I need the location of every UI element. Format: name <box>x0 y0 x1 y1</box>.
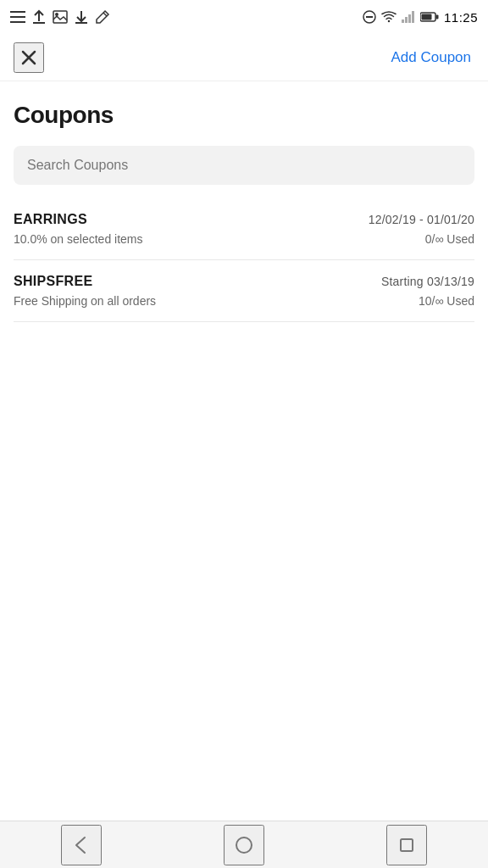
image-icon <box>53 10 68 24</box>
svg-rect-0 <box>10 11 25 13</box>
status-bar: 11:25 <box>0 0 488 34</box>
battery-icon <box>420 12 439 22</box>
coupon-description-2: Free Shipping on all orders <box>14 294 156 308</box>
upload-icon <box>32 9 46 25</box>
top-nav: Add Coupon <box>0 34 488 81</box>
page-title: Coupons <box>14 102 474 129</box>
svg-line-7 <box>103 13 107 16</box>
coupon-list: EARRINGS 12/02/19 - 01/01/20 10.0% on se… <box>0 198 488 571</box>
home-button[interactable] <box>224 825 264 865</box>
coupon-used-2: 10/∞ Used <box>419 294 474 308</box>
close-button[interactable] <box>14 42 44 73</box>
wifi-icon <box>381 11 396 23</box>
svg-rect-12 <box>408 14 411 23</box>
coupon-date: 12/02/19 - 01/01/20 <box>369 213 474 226</box>
status-bar-left-icons <box>10 9 110 25</box>
svg-point-19 <box>236 837 252 853</box>
coupon-description: 10.0% on selected items <box>14 232 143 246</box>
coupon-date-2: Starting 03/13/19 <box>381 275 474 288</box>
signal-icon <box>402 11 415 23</box>
coupon-code-2: SHIPSFREE <box>14 274 92 289</box>
menu-icon <box>10 11 25 23</box>
add-coupon-button[interactable]: Add Coupon <box>387 42 474 73</box>
coupon-bottom-row-2: Free Shipping on all orders 10/∞ Used <box>14 294 474 308</box>
edit-icon <box>95 9 110 25</box>
coupon-code: EARRINGS <box>14 212 87 227</box>
svg-rect-20 <box>401 839 413 851</box>
svg-rect-3 <box>33 22 45 24</box>
dnd-icon <box>363 10 376 24</box>
coupon-item-earrings[interactable]: EARRINGS 12/02/19 - 01/01/20 10.0% on se… <box>14 198 474 260</box>
coupon-top-row: EARRINGS 12/02/19 - 01/01/20 <box>14 212 474 227</box>
svg-rect-10 <box>402 19 404 23</box>
search-input[interactable] <box>14 146 474 185</box>
coupon-item-shipsfree[interactable]: SHIPSFREE Starting 03/13/19 Free Shippin… <box>14 260 474 322</box>
download-icon <box>75 9 88 25</box>
svg-rect-6 <box>75 22 87 24</box>
svg-rect-16 <box>435 15 438 19</box>
svg-rect-1 <box>10 16 25 18</box>
back-button[interactable] <box>61 825 102 865</box>
svg-rect-13 <box>412 11 414 23</box>
status-time: 11:25 <box>444 10 478 25</box>
search-container <box>0 142 488 198</box>
coupon-bottom-row: 10.0% on selected items 0/∞ Used <box>14 232 474 246</box>
svg-rect-11 <box>405 17 408 23</box>
recent-apps-button[interactable] <box>386 825 427 865</box>
svg-rect-15 <box>421 14 431 20</box>
coupon-top-row-2: SHIPSFREE Starting 03/13/19 <box>14 274 474 289</box>
page-title-container: Coupons <box>0 81 488 142</box>
status-bar-right-icons: 11:25 <box>363 10 478 25</box>
coupon-used: 0/∞ Used <box>425 232 474 246</box>
bottom-nav <box>0 821 488 868</box>
svg-rect-2 <box>10 21 25 23</box>
